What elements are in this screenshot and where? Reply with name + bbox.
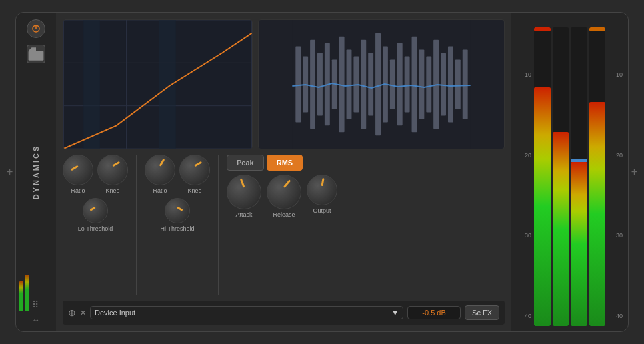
output-knob-container: Output <box>307 175 337 218</box>
attack-knob-container: Attack <box>227 175 261 218</box>
grid-dots-button[interactable]: ⠿ <box>32 299 40 310</box>
section-divider-1 <box>136 155 137 295</box>
meter-track-3 <box>571 27 587 326</box>
svg-rect-24 <box>368 53 373 115</box>
release-knob-container: Release <box>267 175 301 218</box>
section-divider-2 <box>218 155 219 295</box>
meter-track-1 <box>534 27 551 326</box>
transfer-display <box>63 19 253 149</box>
device-select-arrow: ▼ <box>391 309 399 317</box>
meter-fill-3 <box>571 162 587 326</box>
attack-knob[interactable] <box>227 175 261 209</box>
attack-marker <box>240 178 245 187</box>
svg-rect-12 <box>159 20 176 149</box>
hi-ratio-label: Ratio <box>153 187 167 194</box>
device-x-icon: ✕ <box>80 309 86 317</box>
meter-clip-4 <box>589 27 606 31</box>
meter-clip-1 <box>534 27 551 31</box>
svg-rect-37 <box>463 50 468 119</box>
svg-rect-23 <box>361 40 366 129</box>
output-marker <box>321 178 325 186</box>
hi-knee-marker <box>194 161 202 167</box>
svg-rect-28 <box>397 43 403 126</box>
hi-threshold-label: Hi Threshold <box>161 225 195 232</box>
power-icon <box>31 23 41 34</box>
meter-fill-4 <box>589 102 606 326</box>
svg-rect-36 <box>455 59 461 109</box>
sidebar: DYNAMICS ⠿ ↔ <box>16 13 56 331</box>
meter-bar-4: - <box>589 18 606 326</box>
folder-icon <box>27 45 45 63</box>
main-panel: + DYNAMICS ⠿ ↔ <box>15 12 629 332</box>
svg-rect-2 <box>29 51 44 61</box>
lo-threshold-section: Ratio Knee Lo Threshold <box>63 155 128 295</box>
svg-rect-16 <box>310 40 315 129</box>
lo-knee-knob[interactable] <box>97 155 128 185</box>
lo-ratio-knob[interactable] <box>63 155 93 185</box>
attack-release-section: Peak RMS Attack Release <box>227 155 337 295</box>
folder-button[interactable] <box>27 45 45 63</box>
svg-rect-31 <box>419 50 424 119</box>
hi-knee-label: Knee <box>187 187 201 194</box>
meter-track-2 <box>553 27 569 326</box>
mode-buttons: Peak RMS <box>227 155 303 171</box>
sidebar-bottom: ⠿ ↔ <box>32 299 40 325</box>
lo-knee-label: Knee <box>105 187 119 194</box>
chain-button[interactable]: ↔ <box>32 315 40 325</box>
meter-bars-group: - <box>534 18 605 326</box>
meter-track-4 <box>589 27 606 326</box>
svg-rect-27 <box>390 59 395 109</box>
svg-rect-30 <box>412 37 417 133</box>
mini-meter-left <box>19 281 23 311</box>
hi-knob-group: Ratio Knee <box>145 155 210 194</box>
content-area: Ratio Knee Lo Threshold <box>56 13 511 331</box>
attack-release-row: Attack Release Output <box>227 175 337 218</box>
svg-rect-29 <box>405 56 410 112</box>
hi-ratio-knob-container: Ratio <box>145 155 175 194</box>
release-marker <box>283 179 291 188</box>
bottom-bar: ⊕ ✕ Device Input ▼ -0.5 dB Sc FX <box>63 301 505 325</box>
hi-threshold-knob[interactable] <box>165 198 190 223</box>
meter-blue-marker <box>571 159 587 162</box>
device-icon: ⊕ <box>68 307 76 318</box>
top-row <box>63 19 505 149</box>
release-knob[interactable] <box>267 175 301 209</box>
meter-bar-3 <box>571 18 587 326</box>
svg-rect-17 <box>317 53 323 115</box>
mini-meters <box>19 271 29 311</box>
meters-content: - 10 - 20 - 30 - 40 - <box>517 18 623 326</box>
meter-bar-2 <box>553 18 569 326</box>
lo-ratio-knob-container: Ratio <box>63 155 93 194</box>
hi-knee-knob[interactable] <box>179 155 210 185</box>
lo-threshold-label: Lo Threshold <box>78 225 113 232</box>
device-db-display: -0.5 dB <box>407 306 461 319</box>
lo-ratio-marker <box>71 165 79 171</box>
lo-threshold-knob[interactable] <box>83 198 108 223</box>
right-add-button[interactable]: + <box>631 166 637 178</box>
output-knob[interactable] <box>307 175 337 205</box>
peak-button[interactable]: Peak <box>227 155 264 171</box>
attack-label: Attack <box>235 211 252 218</box>
hi-threshold-marker <box>177 207 183 211</box>
meters-panel: + - 10 - 20 - 30 - 40 - <box>511 13 628 331</box>
hi-threshold-knob-container: Hi Threshold <box>145 198 210 232</box>
waveform-display <box>258 19 505 149</box>
lo-ratio-label: Ratio <box>71 187 85 194</box>
mini-meter-right <box>25 275 29 311</box>
svg-rect-11 <box>83 20 100 149</box>
device-select[interactable]: Device Input ▼ <box>90 306 403 319</box>
lo-threshold-marker <box>89 207 95 211</box>
meter-fill-1 <box>534 87 551 326</box>
left-add-button[interactable]: + <box>7 166 13 178</box>
db-value: -0.5 dB <box>422 309 445 317</box>
hi-threshold-section: Ratio Knee Hi Threshold <box>145 155 210 295</box>
svg-rect-14 <box>295 47 301 123</box>
lo-knob-group: Ratio Knee <box>63 155 128 194</box>
svg-rect-32 <box>426 56 431 112</box>
hi-ratio-knob[interactable] <box>145 155 175 185</box>
svg-rect-21 <box>347 50 352 119</box>
power-button[interactable] <box>27 19 45 38</box>
lo-knee-knob-container: Knee <box>97 155 128 194</box>
sc-fx-button[interactable]: Sc FX <box>465 305 499 320</box>
rms-button[interactable]: RMS <box>267 155 303 171</box>
